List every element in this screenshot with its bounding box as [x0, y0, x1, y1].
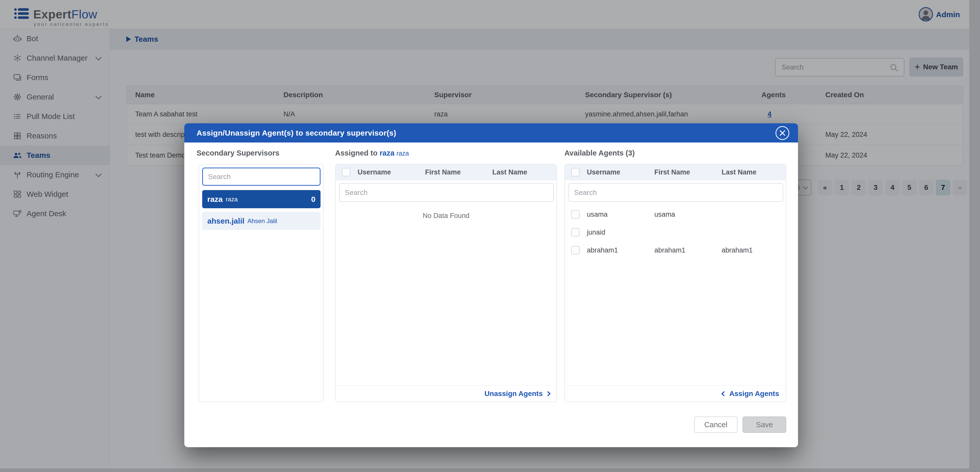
select-all-checkbox[interactable] [571, 168, 580, 177]
available-table-header: Username First Name Last Name [565, 164, 786, 180]
close-button[interactable] [775, 126, 789, 140]
available-agents-heading: Available Agents (3) [565, 149, 635, 157]
chevron-left-icon [721, 391, 726, 396]
agent-checkbox[interactable] [571, 210, 580, 219]
assigned-panel-footer: Unassign Agents [336, 385, 557, 402]
assigned-supervisor-username: raza [380, 149, 395, 157]
assign-agents-modal: Assign/Unassign Agent(s) to secondary su… [184, 123, 798, 447]
agent-username: junaid [587, 228, 654, 236]
unassign-agents-label: Unassign Agents [484, 390, 542, 398]
assign-agents-button[interactable]: Assign Agents [722, 390, 779, 398]
agent-checkbox[interactable] [571, 246, 580, 255]
available-agent-rows: usama usama junaid abraham1 abraham1 abr… [565, 206, 786, 259]
close-icon [779, 130, 786, 136]
supervisors-panel: raza raza 0 ahsen.jalil Ahsen Jalil [199, 164, 324, 402]
unassign-agents-button[interactable]: Unassign Agents [484, 390, 550, 398]
agent-row-junaid[interactable]: junaid [565, 223, 786, 241]
supervisors-heading: Secondary Supervisors [197, 149, 279, 157]
col-last-name: Last Name [722, 168, 786, 176]
assigned-search-box [339, 183, 554, 202]
agent-first-name: abraham1 [654, 246, 722, 254]
supervisor-agent-count: 0 [311, 195, 315, 204]
supervisor-fullname: raza [226, 196, 238, 203]
agent-last-name: abraham1 [722, 246, 786, 254]
supervisor-item-ahsen-jalil[interactable]: ahsen.jalil Ahsen Jalil [202, 212, 321, 230]
col-last-name: Last Name [492, 168, 557, 176]
assigned-supervisor-name: raza [396, 150, 409, 157]
no-data-text: No Data Found [336, 212, 557, 220]
modal-title: Assign/Unassign Agent(s) to secondary su… [197, 129, 396, 137]
supervisor-fullname: Ahsen Jalil [247, 217, 277, 225]
agent-checkbox[interactable] [571, 228, 580, 237]
save-button[interactable]: Save [743, 416, 786, 433]
app-root: ExpertFlow your callcenter experts Admin… [0, 0, 980, 472]
col-username: Username [587, 168, 654, 176]
assigned-search-input[interactable] [340, 184, 554, 201]
assigned-heading: Assigned to raza raza [335, 149, 409, 157]
agent-row-usama[interactable]: usama usama [565, 206, 786, 223]
supervisors-search-input[interactable] [203, 168, 320, 185]
available-panel-footer: Assign Agents [565, 385, 786, 402]
supervisor-username: ahsen.jalil [207, 217, 244, 225]
agent-first-name: usama [654, 210, 722, 218]
agent-row-abraham1[interactable]: abraham1 abraham1 abraham1 [565, 241, 786, 259]
assign-agents-label: Assign Agents [729, 390, 779, 398]
modal-header: Assign/Unassign Agent(s) to secondary su… [184, 123, 798, 142]
available-search-input[interactable] [569, 184, 783, 201]
select-all-checkbox[interactable] [342, 168, 350, 177]
assigned-agents-panel: Username First Name Last Name No Data Fo… [335, 164, 557, 402]
available-search-box [568, 183, 783, 202]
col-username: Username [358, 168, 425, 176]
available-agents-panel: Username First Name Last Name usama usam… [565, 164, 786, 402]
chevron-right-icon [546, 391, 550, 396]
agent-username: usama [587, 210, 654, 218]
col-first-name: First Name [425, 168, 492, 176]
supervisor-item-raza[interactable]: raza raza 0 [202, 190, 321, 208]
supervisor-username: raza [207, 195, 223, 204]
supervisors-search-box [202, 167, 321, 186]
cancel-button[interactable]: Cancel [694, 416, 737, 433]
agent-username: abraham1 [587, 246, 654, 254]
assigned-heading-prefix: Assigned to [335, 149, 377, 157]
col-first-name: First Name [654, 168, 722, 176]
assigned-table-header: Username First Name Last Name [336, 164, 557, 180]
